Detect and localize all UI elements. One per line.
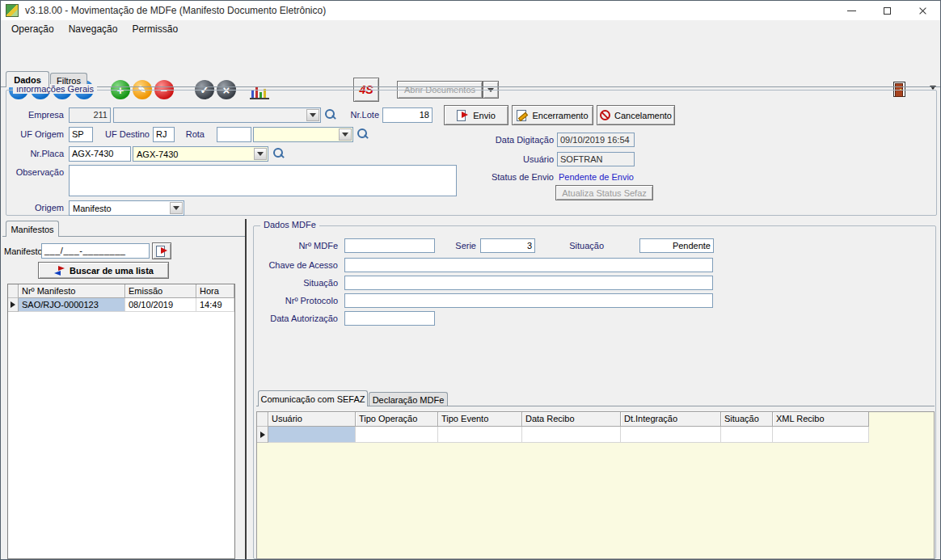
- uf-origem-field[interactable]: SP: [69, 127, 93, 142]
- placa-search-icon[interactable]: [273, 148, 285, 159]
- nr-placa-combo-arrow[interactable]: [254, 148, 267, 160]
- tab-comunicacao-sefaz[interactable]: Comunicação com SEFAZ: [258, 390, 368, 406]
- sefaz-grid[interactable]: Usuário Tipo Operação Tipo Evento Data R…: [256, 411, 935, 559]
- window-title: v3.18.00 - Movimentação de MDFe (Manifes…: [25, 5, 326, 16]
- rota-code-field[interactable]: [217, 127, 251, 142]
- uf-origem-label: UF Origem: [17, 129, 64, 139]
- tab-dados[interactable]: Dados: [6, 71, 49, 87]
- rota-search-icon[interactable]: [357, 128, 369, 140]
- serie-field: 3: [480, 238, 535, 253]
- header-selector-cell: [257, 412, 268, 427]
- column-data-recibo: Data Recibo: [522, 412, 621, 427]
- uf-destino-field[interactable]: RJ: [153, 127, 175, 142]
- cell-xml-recibo[interactable]: [773, 427, 869, 443]
- cell-usuario[interactable]: [268, 427, 356, 443]
- origem-combo-arrow[interactable]: [170, 202, 183, 214]
- header-selector-cell: [8, 284, 19, 298]
- situacao-top-field: Pendente: [639, 238, 714, 253]
- empresa-combo[interactable]: [113, 107, 321, 123]
- manifesto-open-button[interactable]: [152, 242, 171, 259]
- swap-arrows-icon: [53, 266, 65, 276]
- minimize-button[interactable]: [833, 1, 869, 20]
- row-selector-cell: [257, 427, 268, 443]
- observacao-textarea[interactable]: [69, 165, 457, 196]
- document-arrow-icon: [156, 246, 168, 256]
- tab-declaracao-mdfe[interactable]: Declaração MDFe: [369, 392, 448, 406]
- column-situacao: Situação: [721, 412, 773, 427]
- encerramento-button[interactable]: Encerramento: [512, 105, 593, 125]
- menu-item-permissao[interactable]: Permissão: [124, 21, 185, 37]
- menu-item-operacao[interactable]: Operação: [4, 21, 61, 37]
- nr-lote-field[interactable]: 18: [382, 107, 433, 123]
- atualiza-status-button: Atualiza Status Sefaz: [555, 185, 653, 200]
- cell-emissao[interactable]: 08/10/2019: [125, 298, 196, 312]
- column-tipo-evento: Tipo Evento: [438, 412, 522, 427]
- cell-dt-integracao[interactable]: [621, 427, 721, 443]
- panel-splitter[interactable]: [245, 219, 247, 559]
- current-row-icon: [260, 432, 265, 438]
- origem-combo-value: Manifesto: [73, 204, 168, 213]
- column-tipo-operacao: Tipo Operação: [356, 412, 438, 427]
- column-usuario: Usuário: [268, 412, 356, 427]
- send-icon: [457, 110, 469, 120]
- data-autorizacao-label: Data Autorização: [257, 314, 338, 323]
- data-digitacao-label: Data Digitação: [484, 135, 554, 145]
- menu-item-navegacao[interactable]: Navegação: [61, 21, 125, 37]
- rota-combo-arrow[interactable]: [339, 128, 352, 141]
- atualiza-status-label: Atualiza Status Sefaz: [562, 188, 647, 198]
- observacao-label: Observação: [12, 167, 64, 177]
- empresa-search-icon[interactable]: [325, 109, 336, 120]
- cell-hora[interactable]: 14:49: [196, 298, 234, 312]
- encerramento-label: Encerramento: [532, 111, 588, 120]
- cell-data-recibo[interactable]: [522, 427, 621, 443]
- sefaz-grid-header: Usuário Tipo Operação Tipo Evento Data R…: [257, 412, 934, 427]
- menubar: Operação Navegação Permissão: [1, 20, 940, 38]
- cell-nr-manifesto[interactable]: SAO/RJO-0000123: [19, 298, 125, 312]
- manifest-grid[interactable]: Nrº Manifesto Emissão Hora SAO/RJO-00001…: [7, 284, 235, 559]
- cancelamento-button[interactable]: Cancelamento: [597, 105, 675, 125]
- maximize-button[interactable]: [869, 1, 905, 20]
- nr-placa-label: Nr.Placa: [17, 149, 64, 158]
- close-icon: [918, 6, 927, 15]
- cell-tipo-operacao[interactable]: [356, 427, 438, 443]
- empresa-combo-arrow[interactable]: [306, 109, 319, 121]
- nr-placa-combo[interactable]: AGX-7430: [133, 146, 268, 162]
- cancelamento-label: Cancelamento: [614, 111, 672, 120]
- data-autorizacao-field: [344, 311, 435, 326]
- column-nr-manifesto: Nrº Manifesto: [19, 284, 125, 298]
- situacao-label: Situação: [257, 278, 338, 288]
- usuario-label: Usuário: [508, 154, 554, 164]
- envio-button[interactable]: Envio: [444, 105, 508, 125]
- tab-manifestos[interactable]: Manifestos: [6, 221, 59, 237]
- manifesto-mask-input[interactable]: ___/___-________: [41, 243, 150, 259]
- chave-acesso-field: [344, 258, 713, 272]
- origem-combo[interactable]: Manifesto: [69, 200, 184, 216]
- nr-mdfe-label: Nrº MDFe: [257, 241, 338, 251]
- situacao-field: [344, 276, 713, 290]
- tab-declaracao-label: Declaração MDFe: [373, 395, 445, 405]
- buscar-lista-label: Buscar de uma lista: [70, 266, 154, 276]
- column-dt-integracao: Dt.Integração: [621, 412, 721, 427]
- column-emissao: Emissão: [125, 284, 196, 298]
- tab-manifestos-label: Manifestos: [11, 225, 53, 234]
- close-manifest-icon: [517, 110, 528, 120]
- app-window: v3.18.00 - Movimentação de MDFe (Manifes…: [0, 0, 941, 560]
- column-xml-recibo: XML Recibo: [773, 412, 869, 427]
- row-selector-cell: [8, 298, 19, 312]
- app-icon: [6, 4, 19, 17]
- current-row-icon: [11, 301, 15, 308]
- cell-situacao[interactable]: [721, 427, 773, 443]
- cell-tipo-evento[interactable]: [438, 427, 522, 443]
- buscar-lista-button[interactable]: Buscar de uma lista: [38, 262, 169, 279]
- nr-placa-field[interactable]: AGX-7430: [69, 146, 131, 162]
- toolbar: + ✎ − ✓ × 4S Abrir Documentos: [1, 38, 940, 72]
- titlebar: v3.18.00 - Movimentação de MDFe (Manifes…: [1, 1, 940, 20]
- table-row[interactable]: SAO/RJO-0000123 08/10/2019 14:49: [8, 298, 234, 312]
- data-digitacao-field: 09/10/2019 16:54: [557, 133, 635, 147]
- rota-combo[interactable]: [253, 127, 353, 142]
- close-button[interactable]: [905, 1, 940, 20]
- table-row[interactable]: [257, 427, 934, 443]
- empresa-label: Empresa: [17, 110, 64, 120]
- minimize-icon: [847, 11, 856, 11]
- situacao-top-label: Situação: [534, 241, 604, 251]
